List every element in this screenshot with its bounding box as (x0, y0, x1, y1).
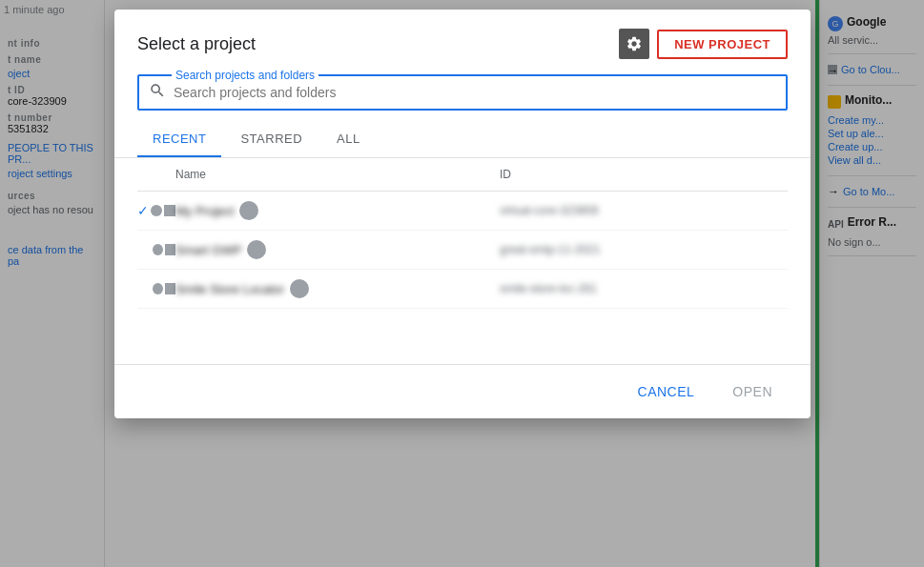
row-selection-icons: ✓ (137, 203, 175, 218)
dialog-title: Select a project (137, 34, 256, 54)
checkmark-icon: ✓ (137, 203, 149, 218)
project-avatar (290, 279, 309, 298)
project-avatar (239, 201, 258, 220)
table-header: Name ID (137, 158, 788, 192)
row-icon (151, 205, 162, 216)
select-project-dialog: Select a project NEW PROJECT Search proj… (114, 10, 811, 418)
table-row[interactable]: Smile Store Locator smile-store-loc-261 (137, 270, 788, 309)
project-id-text: virtual-core-323909 (500, 204, 788, 217)
project-name-cell: Smart GWP (175, 240, 500, 259)
manage-resources-icon[interactable] (619, 29, 649, 59)
new-project-button[interactable]: NEW PROJECT (657, 30, 788, 59)
row-folder-icon (165, 244, 175, 255)
col-header-name: Name (175, 168, 500, 181)
row-icons (137, 283, 175, 294)
project-name-text: My Project (175, 204, 234, 218)
search-icon (149, 82, 166, 103)
search-input[interactable] (174, 85, 776, 100)
project-name-cell: My Project (175, 201, 500, 220)
row-icon (153, 283, 163, 294)
project-id-text: smile-store-loc-261 (500, 282, 788, 295)
tab-starred[interactable]: STARRED (225, 122, 318, 157)
open-button[interactable]: OPEN (717, 376, 788, 407)
tab-all[interactable]: ALL (321, 122, 376, 157)
search-section: Search projects and folders (114, 59, 811, 111)
project-avatar (247, 240, 266, 259)
project-tabs: RECENT STARRED ALL (114, 122, 811, 158)
search-label: Search projects and folders (172, 69, 318, 82)
cancel-button[interactable]: CANCEL (623, 376, 710, 407)
project-id-text: great-smtp-11-2021 (500, 243, 788, 256)
row-icons (137, 244, 175, 255)
dialog-top-actions: NEW PROJECT (619, 29, 788, 59)
project-name-text: Smart GWP (175, 243, 241, 257)
projects-table: Name ID ✓ My Project virtual-core-323909 (114, 158, 811, 349)
table-row[interactable]: ✓ My Project virtual-core-323909 (137, 192, 788, 231)
project-name-cell: Smile Store Locator (175, 279, 500, 298)
dialog-header: Select a project NEW PROJECT (114, 10, 811, 59)
tab-recent[interactable]: RECENT (137, 122, 221, 157)
row-folder-icon (164, 205, 175, 216)
dialog-footer: CANCEL OPEN (114, 364, 811, 418)
row-folder-icon (165, 283, 175, 294)
table-row[interactable]: Smart GWP great-smtp-11-2021 (137, 231, 788, 270)
project-name-text: Smile Store Locator (175, 282, 284, 296)
row-icon (153, 244, 163, 255)
col-header-selected (137, 168, 175, 181)
col-header-id: ID (500, 168, 788, 181)
